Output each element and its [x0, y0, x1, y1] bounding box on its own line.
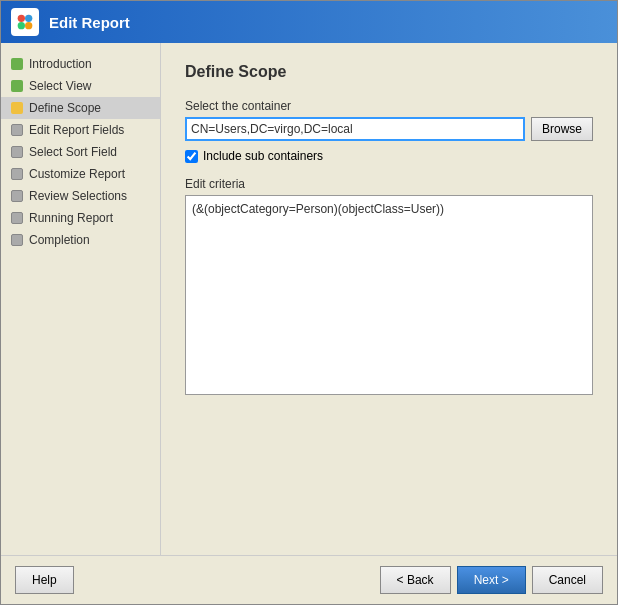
criteria-label: Edit criteria [185, 177, 593, 191]
sidebar-dot-edit-report-fields [11, 124, 23, 136]
sidebar-label-introduction: Introduction [29, 57, 92, 71]
sidebar-label-running-report: Running Report [29, 211, 113, 225]
include-sub-containers-checkbox[interactable] [185, 150, 198, 163]
sidebar-label-completion: Completion [29, 233, 90, 247]
sidebar-label-review-selections: Review Selections [29, 189, 127, 203]
sidebar: IntroductionSelect ViewDefine ScopeEdit … [1, 43, 161, 555]
svg-point-3 [25, 22, 32, 29]
dialog-title: Edit Report [49, 14, 130, 31]
next-button[interactable]: Next > [457, 566, 526, 594]
footer: Help < Back Next > Cancel [1, 555, 617, 604]
panel-title: Define Scope [185, 63, 593, 81]
sidebar-dot-select-view [11, 80, 23, 92]
sidebar-dot-define-scope [11, 102, 23, 114]
sidebar-item-running-report[interactable]: Running Report [1, 207, 160, 229]
back-button[interactable]: < Back [380, 566, 451, 594]
help-button[interactable]: Help [15, 566, 74, 594]
dialog-window: Edit Report IntroductionSelect ViewDefin… [0, 0, 618, 605]
sidebar-item-select-sort-field[interactable]: Select Sort Field [1, 141, 160, 163]
sidebar-item-introduction[interactable]: Introduction [1, 53, 160, 75]
svg-point-1 [25, 15, 32, 22]
cancel-button[interactable]: Cancel [532, 566, 603, 594]
sidebar-dot-introduction [11, 58, 23, 70]
sidebar-dot-completion [11, 234, 23, 246]
sidebar-item-define-scope[interactable]: Define Scope [1, 97, 160, 119]
container-input[interactable] [185, 117, 525, 141]
svg-point-0 [18, 15, 25, 22]
app-icon [11, 8, 39, 36]
sidebar-item-customize-report[interactable]: Customize Report [1, 163, 160, 185]
content-area: IntroductionSelect ViewDefine ScopeEdit … [1, 43, 617, 555]
sidebar-item-select-view[interactable]: Select View [1, 75, 160, 97]
sidebar-item-review-selections[interactable]: Review Selections [1, 185, 160, 207]
container-label: Select the container [185, 99, 593, 113]
sidebar-dot-review-selections [11, 190, 23, 202]
sidebar-label-define-scope: Define Scope [29, 101, 101, 115]
sidebar-label-edit-report-fields: Edit Report Fields [29, 123, 124, 137]
include-sub-containers-row: Include sub containers [185, 149, 593, 163]
sidebar-label-customize-report: Customize Report [29, 167, 125, 181]
sidebar-item-edit-report-fields[interactable]: Edit Report Fields [1, 119, 160, 141]
svg-point-2 [18, 22, 25, 29]
sidebar-label-select-view: Select View [29, 79, 91, 93]
main-panel: Define Scope Select the container Browse… [161, 43, 617, 555]
include-sub-containers-label: Include sub containers [203, 149, 323, 163]
container-row: Browse [185, 117, 593, 141]
criteria-textarea[interactable] [185, 195, 593, 395]
sidebar-item-completion[interactable]: Completion [1, 229, 160, 251]
sidebar-dot-select-sort-field [11, 146, 23, 158]
title-bar: Edit Report [1, 1, 617, 43]
browse-button[interactable]: Browse [531, 117, 593, 141]
sidebar-label-select-sort-field: Select Sort Field [29, 145, 117, 159]
sidebar-dot-customize-report [11, 168, 23, 180]
sidebar-dot-running-report [11, 212, 23, 224]
footer-right: < Back Next > Cancel [380, 566, 603, 594]
